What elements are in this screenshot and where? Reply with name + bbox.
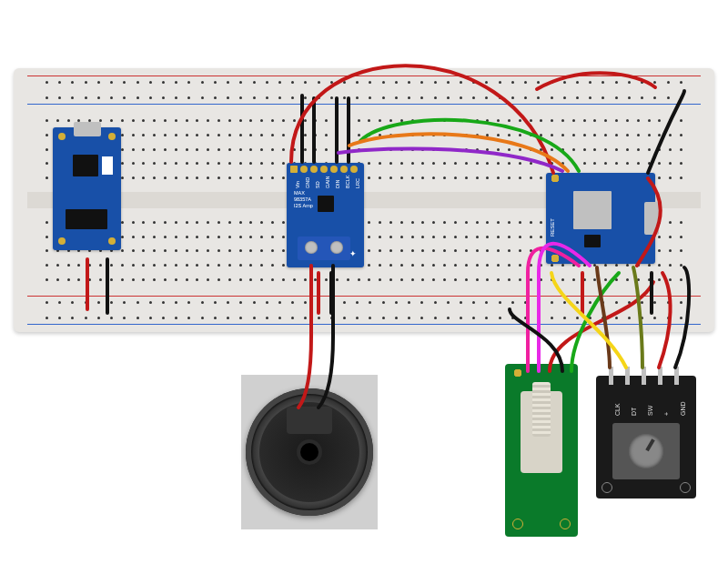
adafruit-star-icon: ✦: [349, 249, 359, 258]
usb-charger-module: [53, 127, 121, 250]
speaker-mount: [241, 375, 378, 529]
amp-pin-label: DIN: [335, 180, 340, 188]
encoder-body: [612, 423, 680, 479]
battery-connector: [66, 209, 107, 229]
amp-pin-label: BCLK: [345, 176, 350, 188]
mcu-devboard: RESET: [546, 173, 655, 264]
charger-ic: [73, 155, 98, 176]
slide-pot-knob[interactable]: [532, 382, 551, 437]
slide-pot-body: [521, 391, 562, 473]
power-rail-top: [27, 77, 701, 103]
power-rail-bottom: [27, 297, 701, 323]
amp-pin-label: GAIN: [325, 176, 330, 188]
mcu-micro-usb-port: [644, 202, 659, 235]
encoder-pin-label: GND: [680, 401, 686, 416]
slide-pot-module: [505, 364, 578, 537]
speaker-terminal-block: [287, 407, 332, 434]
micro-usb-port: [74, 122, 101, 136]
encoder-knob[interactable]: [629, 434, 663, 468]
amp-pin-label: GND: [305, 177, 310, 188]
encoder-pin-label: +: [663, 412, 670, 416]
speaker: [246, 388, 373, 516]
amp-ic: [318, 196, 334, 212]
rotary-encoder-module: CLK DT SW + GND: [596, 376, 696, 499]
amp-pin-label: SD: [315, 181, 320, 188]
encoder-pin-label: SW: [647, 406, 653, 416]
mcu-reset-label: RESET: [550, 218, 555, 237]
encoder-pin-label: CLK: [614, 403, 621, 416]
encoder-pin-label: DT: [631, 408, 637, 416]
i2s-amp-module: MAX 98357A I2S Amp Vin GND SD GAIN DIN B…: [287, 163, 364, 267]
speaker-dustcap: [300, 443, 318, 461]
mcu-regulator: [584, 235, 601, 247]
amp-pin-label: LRC: [355, 178, 360, 188]
speaker-screw-terminal: [298, 237, 350, 260]
amp-pin-label: Vin: [295, 181, 300, 188]
amp-chip-label: MAX 98357A I2S Amp: [294, 190, 313, 209]
esp-shield: [573, 191, 612, 229]
ic-marking: [102, 156, 113, 175]
